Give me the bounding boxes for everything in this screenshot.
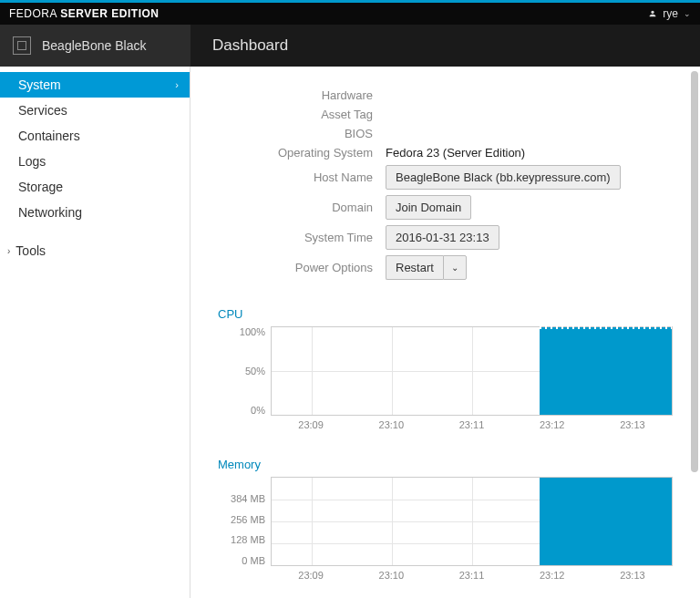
sidebar-item-services[interactable]: Services: [0, 98, 190, 123]
label-domain: Domain: [218, 201, 373, 214]
content-area: Hardware Asset Tag BIOS Operating System…: [190, 67, 700, 598]
power-options-dropdown[interactable]: ⌄: [443, 255, 467, 280]
sidebar-item-label: System: [18, 77, 61, 92]
brand-light: FEDORA: [9, 7, 57, 20]
sidebar-item-storage[interactable]: Storage: [0, 174, 190, 200]
cpu-chart-section: CPU 100% 50% 0%: [218, 307, 673, 432]
memory-fill: [540, 478, 672, 565]
sidebar-item-label: Logs: [18, 154, 46, 169]
cpu-chart-title[interactable]: CPU: [218, 307, 673, 321]
cpu-chart: [271, 326, 673, 416]
sidebar-item-system[interactable]: System ›: [0, 72, 190, 98]
sidebar-item-label: Networking: [18, 205, 82, 220]
top-bar: FEDORA SERVER EDITION rye ⌄: [0, 3, 700, 25]
sidebar-section-label: Tools: [15, 243, 46, 258]
memory-chart: [271, 477, 673, 566]
header-bar: BeagleBone Black Dashboard: [0, 25, 700, 67]
join-domain-button[interactable]: Join Domain: [386, 195, 471, 220]
host-name: BeagleBone Black: [42, 38, 146, 53]
hostname-button[interactable]: BeagleBone Black (bb.keypressure.com): [386, 165, 621, 190]
user-name: rye: [663, 7, 678, 20]
label-hardware: Hardware: [218, 88, 373, 102]
page-title: Dashboard: [190, 25, 288, 67]
sidebar-section-tools[interactable]: › Tools: [0, 234, 190, 263]
cpu-fill: [540, 327, 672, 415]
label-power: Power Options: [218, 261, 373, 274]
server-icon: [13, 36, 31, 55]
memory-y-axis: 384 MB 256 MB 128 MB 0 MB: [218, 477, 271, 566]
sidebar-item-label: Containers: [18, 129, 80, 143]
label-hostname: Host Name: [218, 170, 373, 184]
sidebar-item-label: Services: [18, 103, 67, 118]
sidebar-item-networking[interactable]: Networking: [0, 200, 190, 225]
label-asset-tag: Asset Tag: [218, 108, 373, 121]
restart-button[interactable]: Restart: [386, 255, 443, 280]
system-info: Hardware Asset Tag BIOS Operating System…: [218, 88, 673, 280]
sidebar-item-logs[interactable]: Logs: [0, 149, 190, 174]
sidebar: System › Services Containers Logs Storag…: [0, 67, 190, 598]
user-menu[interactable]: rye ⌄: [648, 7, 691, 20]
memory-chart-title[interactable]: Memory: [218, 458, 673, 471]
label-bios: BIOS: [218, 127, 373, 140]
label-os: Operating System: [218, 146, 373, 160]
cpu-x-axis: 23:09 23:10 23:11 23:12 23:13: [271, 419, 673, 432]
chevron-down-icon: ⌄: [684, 9, 691, 18]
chevron-right-icon: ›: [175, 79, 179, 90]
host-selector[interactable]: BeagleBone Black: [0, 25, 190, 67]
sidebar-item-label: Storage: [18, 180, 63, 194]
chevron-right-icon: ›: [7, 246, 10, 256]
cpu-y-axis: 100% 50% 0%: [218, 326, 271, 416]
system-time-button[interactable]: 2016-01-31 23:13: [386, 225, 499, 250]
user-icon: [648, 9, 657, 18]
scrollbar[interactable]: [691, 71, 698, 472]
brand-bold: SERVER EDITION: [60, 7, 159, 20]
sidebar-item-containers[interactable]: Containers: [0, 123, 190, 149]
brand: FEDORA SERVER EDITION: [9, 7, 160, 20]
memory-chart-section: Memory 384 MB 256 MB 128 MB 0 MB: [218, 458, 673, 583]
value-os: Fedora 23 (Server Edition): [386, 146, 673, 160]
memory-x-axis: 23:09 23:10 23:11 23:12 23:13: [271, 570, 673, 583]
label-system-time: System Time: [218, 231, 373, 244]
